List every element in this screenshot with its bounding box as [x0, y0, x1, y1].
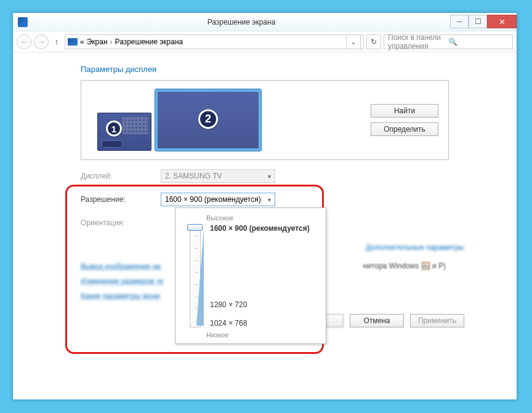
- orientation-label: Ориентация:: [81, 219, 161, 227]
- projector-hint: нитора Windows 🪟 и P): [363, 262, 446, 270]
- slider-thumb[interactable]: [187, 224, 203, 231]
- resolution-slider[interactable]: [185, 225, 205, 327]
- window-title: Разрешение экрана: [33, 18, 450, 26]
- breadcrumb-ellipsis: «: [80, 38, 84, 46]
- slider-track: [190, 225, 201, 327]
- display-icon: [68, 38, 78, 46]
- search-icon: 🔍: [448, 38, 509, 46]
- display-select[interactable]: 2. SAMSUNG TV ▾: [161, 169, 275, 183]
- resolution-label: Разрешение:: [81, 195, 161, 204]
- resolution-option-1024x768[interactable]: 1024 × 768: [210, 319, 247, 327]
- breadcrumb-dropdown[interactable]: ⌄: [346, 35, 361, 49]
- resolution-option-1280x720[interactable]: 1280 × 720: [210, 300, 247, 309]
- display-side-buttons: Найти Определить: [371, 104, 438, 136]
- forward-button[interactable]: →: [34, 34, 49, 49]
- display-label: Дисплей:: [81, 172, 161, 180]
- resolution-select[interactable]: 1600 × 900 (рекомендуется) ▾: [161, 193, 275, 206]
- breadcrumb-item-screen[interactable]: Экран: [87, 38, 108, 46]
- breadcrumb-item-resolution[interactable]: Разрешение экрана: [115, 38, 183, 46]
- slider-label-high: Высокое: [206, 214, 318, 222]
- resolution-row: Разрешение: 1600 × 900 (рекомендуется) ▾: [81, 192, 449, 207]
- monitor-2[interactable]: 2: [155, 89, 261, 151]
- monitor-1-badge: 1: [106, 121, 122, 137]
- search-input[interactable]: Поиск в панели управления 🔍: [384, 34, 513, 49]
- apply-button[interactable]: Применить: [410, 314, 464, 327]
- link-which-params[interactable]: Какие параметры мони: [81, 292, 160, 300]
- link-output-image[interactable]: Вывод изображения на: [81, 262, 161, 271]
- maximize-button[interactable]: [469, 15, 487, 28]
- cancel-button[interactable]: Отмена: [350, 314, 404, 327]
- control-panel-icon: [18, 17, 28, 27]
- identify-button[interactable]: Определить: [371, 122, 438, 136]
- chevron-right-icon: ›: [110, 38, 113, 46]
- titlebar: Разрешение экрана: [13, 13, 517, 31]
- chevron-down-icon: ▾: [268, 196, 271, 203]
- link-resize-text[interactable]: Изменение размеров те: [81, 277, 163, 286]
- search-placeholder: Поиск в панели управления: [388, 33, 448, 50]
- advanced-params-link[interactable]: Дополнительные параметры: [366, 243, 464, 252]
- display-preview: 1 2 Найти Определить: [81, 80, 449, 160]
- display-row: Дисплей: 2. SAMSUNG TV ▾: [81, 169, 449, 183]
- monitor-1[interactable]: 1: [97, 113, 151, 151]
- resolution-value: 1600 × 900 (рекомендуется): [165, 195, 268, 204]
- slider-ticks: [195, 226, 198, 327]
- section-title: Параметры дисплея: [81, 65, 449, 74]
- resolution-dropdown-panel: Высокое 1600 × 900 (рекомендуется) 1280 …: [175, 207, 326, 344]
- monitor-arrangement[interactable]: 1 2: [91, 89, 358, 151]
- monitor-grid-icon: [123, 117, 148, 134]
- window-controls: [450, 15, 517, 28]
- find-button[interactable]: Найти: [371, 104, 438, 118]
- chevron-down-icon: ▾: [268, 173, 271, 180]
- close-button[interactable]: [487, 15, 517, 28]
- monitor-taskbar-icon: [102, 140, 123, 148]
- resolution-option-1600x900[interactable]: 1600 × 900 (рекомендуется): [210, 224, 310, 233]
- minimize-button[interactable]: [450, 15, 469, 28]
- back-button[interactable]: ←: [17, 34, 31, 49]
- slider-label-low: Низкое: [206, 331, 228, 339]
- refresh-button[interactable]: ↻: [366, 34, 381, 49]
- breadcrumb[interactable]: « Экран › Разрешение экрана ⌄: [65, 34, 364, 49]
- window: Разрешение экрана ← → ↑ « Экран › Разреш…: [12, 12, 517, 400]
- navigation-bar: ← → ↑ « Экран › Разрешение экрана ⌄ ↻ По…: [13, 31, 517, 52]
- up-button[interactable]: ↑: [51, 37, 62, 47]
- monitor-2-badge: 2: [198, 109, 218, 129]
- display-value: 2. SAMSUNG TV: [165, 172, 268, 180]
